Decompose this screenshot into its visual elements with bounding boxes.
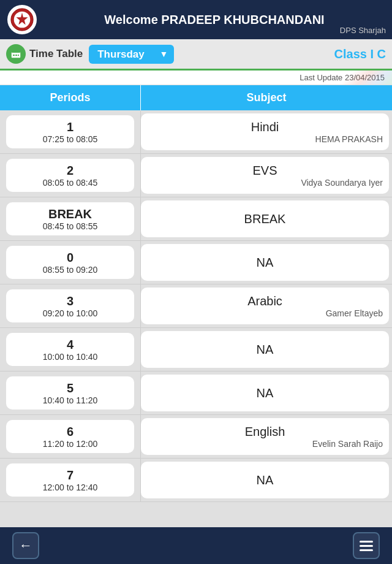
period-inner: 611:20 to 12:00 xyxy=(6,420,134,453)
day-select[interactable]: Thursday Sunday Monday Tuesday Wednesday xyxy=(89,45,174,64)
period-time: 09:20 to 10:00 xyxy=(43,308,98,318)
period-number: 4 xyxy=(67,338,74,352)
table-row: 712:00 to 12:40NA xyxy=(0,459,392,502)
table-row: 309:20 to 10:00ArabicGamer Eltayeb xyxy=(0,284,392,328)
app-header: Welcome PRADEEP KHUBCHANDANI DPS Sharjah xyxy=(0,0,392,39)
table-row: 510:40 to 11:20NA xyxy=(0,372,392,415)
subject-name: English xyxy=(245,425,285,439)
period-number: 7 xyxy=(67,468,74,482)
period-number: 3 xyxy=(67,294,74,308)
table-row: BREAK08:45 to 08:55BREAK xyxy=(0,197,392,241)
teacher-name: HEMA PRAKASH xyxy=(147,134,383,144)
period-cell: 008:55 to 09:20 xyxy=(0,241,141,284)
subject-cell: NA xyxy=(141,331,389,368)
school-logo xyxy=(7,5,37,34)
teacher-name: Gamer Eltayeb xyxy=(147,308,383,318)
period-inner: 107:25 to 08:05 xyxy=(6,115,134,148)
period-inner: 510:40 to 11:20 xyxy=(6,376,134,410)
back-icon: ← xyxy=(19,538,32,554)
school-name: DPS Sharjah xyxy=(340,26,386,35)
period-cell: 410:00 to 10:40 xyxy=(0,328,141,371)
subject-cell: EVSVidya Soundarya Iyer xyxy=(141,157,389,194)
app-footer: ← xyxy=(0,527,392,564)
period-inner: 309:20 to 10:00 xyxy=(6,289,134,322)
table-row: 410:00 to 10:40NA xyxy=(0,328,392,372)
subject-name: NA xyxy=(257,256,274,270)
timetable-tab[interactable]: Time Table xyxy=(6,44,83,64)
subject-cell: BREAK xyxy=(141,200,389,237)
teacher-name: Vidya Soundarya Iyer xyxy=(147,178,383,188)
period-inner: BREAK08:45 to 08:55 xyxy=(6,202,134,235)
period-time: 07:25 to 08:05 xyxy=(43,134,98,144)
col-header-periods: Periods xyxy=(0,85,141,110)
class-label: Class I C xyxy=(334,47,386,61)
period-number: 0 xyxy=(67,251,74,265)
period-cell: 611:20 to 12:00 xyxy=(0,415,141,458)
period-inner: 008:55 to 09:20 xyxy=(6,246,134,279)
period-time: 10:40 to 11:20 xyxy=(43,395,98,405)
subject-cell: ArabicGamer Eltayeb xyxy=(141,288,389,324)
period-cell: 712:00 to 12:40 xyxy=(0,459,141,501)
back-button[interactable]: ← xyxy=(12,532,39,559)
col-header-subject: Subject xyxy=(141,85,392,110)
subject-cell: HindiHEMA PRAKASH xyxy=(141,113,389,150)
period-inner: 410:00 to 10:40 xyxy=(6,333,134,366)
period-time: 10:00 to 10:40 xyxy=(43,352,98,362)
subject-cell: NA xyxy=(141,244,389,281)
table-row: 208:05 to 08:45EVSVidya Soundarya Iyer xyxy=(0,154,392,197)
period-number: BREAK xyxy=(48,207,92,221)
table-header: Periods Subject xyxy=(0,85,392,110)
subject-name: BREAK xyxy=(244,212,286,226)
period-number: 2 xyxy=(67,164,74,178)
svg-rect-9 xyxy=(18,55,19,56)
period-number: 1 xyxy=(67,120,74,134)
subject-name: Arabic xyxy=(247,294,282,308)
subject-name: NA xyxy=(257,343,274,357)
period-cell: 208:05 to 08:45 xyxy=(0,154,141,197)
subject-name: NA xyxy=(257,386,274,400)
period-cell: 510:40 to 11:20 xyxy=(0,372,141,414)
period-cell: 107:25 to 08:05 xyxy=(0,110,141,153)
subject-name: EVS xyxy=(252,164,277,178)
period-number: 6 xyxy=(67,425,74,439)
menu-line-3 xyxy=(360,549,373,551)
period-cell: 309:20 to 10:00 xyxy=(0,284,141,327)
table-row: 107:25 to 08:05HindiHEMA PRAKASH xyxy=(0,110,392,154)
table-row: 008:55 to 09:20NA xyxy=(0,241,392,284)
day-select-wrapper[interactable]: Thursday Sunday Monday Tuesday Wednesday… xyxy=(89,45,174,64)
menu-line-1 xyxy=(360,541,373,543)
period-inner: 712:00 to 12:40 xyxy=(6,463,134,497)
period-time: 08:55 to 09:20 xyxy=(43,265,98,275)
last-update-text: Last Update 23/04/2015 xyxy=(300,73,385,82)
period-time: 11:20 to 12:00 xyxy=(43,439,98,449)
timetable-label: Time Table xyxy=(29,48,83,60)
period-time: 08:45 to 08:55 xyxy=(43,221,98,231)
nav-row: Time Table Thursday Sunday Monday Tuesda… xyxy=(0,39,392,70)
svg-rect-8 xyxy=(15,55,17,56)
timetable-icon xyxy=(6,44,26,64)
table-body: 107:25 to 08:05HindiHEMA PRAKASH208:05 t… xyxy=(0,110,392,527)
subject-name: Hindi xyxy=(251,120,279,134)
table-row: 611:20 to 12:00EnglishEvelin Sarah Raijo xyxy=(0,415,392,459)
subject-cell: EnglishEvelin Sarah Raijo xyxy=(141,418,389,455)
teacher-name: Evelin Sarah Raijo xyxy=(147,439,383,449)
svg-rect-7 xyxy=(13,55,15,56)
svg-rect-4 xyxy=(11,50,21,53)
welcome-text: Welcome PRADEEP KHUBCHANDANI xyxy=(44,13,385,27)
subject-cell: NA xyxy=(141,462,389,498)
period-inner: 208:05 to 08:45 xyxy=(6,159,134,192)
subject-cell: NA xyxy=(141,375,389,411)
period-time: 12:00 to 12:40 xyxy=(43,482,98,492)
period-time: 08:05 to 08:45 xyxy=(43,178,98,188)
menu-button[interactable] xyxy=(353,532,380,559)
subject-name: NA xyxy=(257,473,274,487)
update-row: Last Update 23/04/2015 xyxy=(0,70,392,85)
period-cell: BREAK08:45 to 08:55 xyxy=(0,197,141,240)
period-number: 5 xyxy=(67,381,74,395)
menu-line-2 xyxy=(360,545,373,547)
